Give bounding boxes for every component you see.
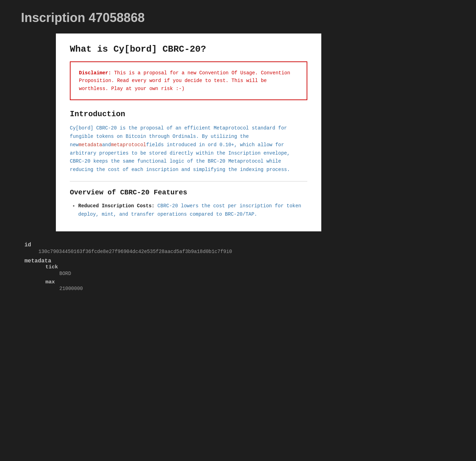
introduction-heading: Introduction bbox=[70, 110, 307, 119]
introduction-paragraph: Cy[bord] CBRC-20 is the proposal of an e… bbox=[70, 124, 307, 174]
metadata-section: id 130c79034450163f36fcde8e27f96904dc42e… bbox=[21, 242, 455, 291]
metadata-label: metadata bbox=[24, 258, 51, 264]
section-divider bbox=[70, 181, 307, 181]
feature-list: Reduced Inscription Costs: CBRC-20 lower… bbox=[70, 202, 307, 219]
disclaimer-box: Disclaimer: This is a proposal for a new… bbox=[70, 61, 307, 100]
feature-label-1: Reduced Inscription Costs: bbox=[78, 203, 154, 209]
tick-value: BORD bbox=[59, 271, 455, 276]
intro-text-2: and bbox=[102, 142, 111, 148]
id-value: 130c79034450163f36fcde8e27f96904dc42e535… bbox=[38, 249, 455, 254]
tick-key: tick bbox=[45, 264, 455, 270]
code-metadata: metadata bbox=[79, 142, 102, 148]
max-value: 21000000 bbox=[59, 286, 455, 291]
max-key: max bbox=[45, 279, 455, 285]
disclaimer-label: Disclaimer: bbox=[79, 70, 111, 76]
code-metaprotocol: metaprotocol bbox=[111, 142, 146, 148]
page-title: Inscription 47058868 bbox=[21, 10, 455, 25]
id-label: id bbox=[24, 242, 31, 248]
feature-item-1: Reduced Inscription Costs: CBRC-20 lower… bbox=[78, 202, 307, 219]
overview-heading: Overview of CBRC-20 Features bbox=[70, 188, 307, 196]
content-frame: What is Cy[bord] CBRC-20? Disclaimer: Th… bbox=[56, 34, 321, 231]
id-row: id 130c79034450163f36fcde8e27f96904dc42e… bbox=[24, 242, 455, 254]
metadata-fields: tick BORD max 21000000 bbox=[45, 264, 455, 291]
metadata-row: metadata tick BORD max 21000000 bbox=[24, 258, 455, 291]
doc-heading: What is Cy[bord] CBRC-20? bbox=[70, 44, 307, 54]
